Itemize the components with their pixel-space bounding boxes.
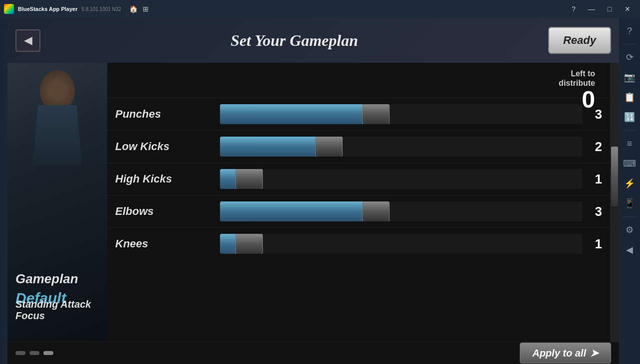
character-head: [40, 70, 75, 110]
title-bar-icons: 🏠 ⊞: [129, 4, 150, 13]
game-header: ◀ Set Your Gameplan Ready: [7, 18, 619, 63]
help-icon[interactable]: ?: [621, 22, 639, 40]
maximize-button[interactable]: □: [601, 2, 618, 16]
slider-thumb-4[interactable]: [235, 234, 263, 254]
gameplan-subtitle: Standing Attack Focus: [15, 299, 107, 322]
slider-thumb-2[interactable]: [235, 169, 263, 189]
right-sidebar: ?⟳📷📋🔢≡⌨⚡📱⚙◀: [619, 18, 640, 364]
app-version: 5.8.101.1001 N32: [81, 6, 121, 12]
slider-thumb-0[interactable]: [362, 104, 390, 124]
grid-icon[interactable]: ⊞: [141, 4, 150, 13]
slider-label-high-kicks: High Kicks: [115, 173, 215, 185]
pagination-dot-0[interactable]: [15, 351, 25, 355]
character-body: [30, 105, 85, 165]
slider-value-1: 2: [587, 139, 602, 155]
minimize-button[interactable]: —: [583, 2, 600, 16]
game-main: Gameplan Default Standing Attack Focus L…: [7, 63, 619, 342]
refresh-icon[interactable]: ⟳: [621, 48, 639, 66]
game-scrollbar[interactable]: [610, 63, 619, 342]
slider-fill-0: [220, 104, 383, 124]
bottom-bar: Apply to all ➤: [7, 342, 619, 364]
slider-row: High Kicks 1: [107, 163, 610, 195]
slider-thumb-3[interactable]: [362, 201, 390, 221]
app-area: ◀ Set Your Gameplan Ready Gameplan Defau…: [0, 18, 640, 364]
pagination-dots: [15, 351, 53, 355]
character-area: Gameplan Default Standing Attack Focus: [7, 63, 107, 342]
apply-all-button[interactable]: Apply to all ➤: [520, 343, 611, 364]
slider-row: Knees 1: [107, 227, 610, 260]
slider-rows: Punches 3 Low Kicks 2 High Kicks 1 Elbow…: [107, 98, 610, 342]
slider-row: Low Kicks 2: [107, 130, 610, 163]
slider-value-3: 3: [587, 204, 602, 219]
slider-thumb-1[interactable]: [315, 137, 343, 157]
slider-row: Punches 3: [107, 98, 610, 130]
slider-track-2[interactable]: [220, 169, 582, 189]
slider-label-low-kicks: Low Kicks: [115, 140, 215, 153]
collapse-icon[interactable]: ◀: [621, 241, 639, 259]
slider-value-4: 1: [587, 236, 602, 252]
distribute-info: Left todistribute 0: [559, 69, 595, 112]
boost-icon[interactable]: ⚡: [621, 175, 639, 192]
sidebar-divider-8: [623, 216, 637, 217]
sidebar-divider-0: [623, 44, 637, 44]
window-controls: ? — □ ✕: [565, 2, 636, 16]
slider-row: Elbows 3: [107, 195, 610, 227]
slider-track-4[interactable]: [220, 234, 582, 254]
slider-track-0[interactable]: [220, 104, 582, 124]
slider-fill-3: [220, 201, 383, 221]
app-name: BlueStacks App Player: [18, 6, 77, 12]
device-icon[interactable]: 📱: [621, 194, 639, 212]
slider-value-2: 1: [587, 172, 602, 187]
close-button[interactable]: ✕: [619, 2, 636, 16]
slider-track-3[interactable]: [220, 201, 582, 221]
slider-label-knees: Knees: [115, 237, 215, 250]
apply-all-arrow-icon: ➤: [590, 347, 599, 359]
scrollbar-track: [610, 63, 619, 342]
ready-button[interactable]: Ready: [548, 27, 611, 54]
page-title: Set Your Gameplan: [40, 31, 548, 50]
keyboard-icon[interactable]: ⌨: [621, 155, 639, 173]
slider-track-1[interactable]: [220, 137, 582, 157]
pagination-dot-1[interactable]: [29, 351, 39, 355]
slider-label-punches: Punches: [115, 108, 215, 121]
apply-all-label: Apply to all: [532, 348, 586, 359]
distribute-value: 0: [559, 88, 595, 112]
help-button[interactable]: ?: [565, 2, 582, 16]
clipboard-icon[interactable]: 📋: [621, 88, 639, 106]
pagination-dot-2[interactable]: [43, 351, 53, 355]
home-icon[interactable]: 🏠: [129, 4, 138, 13]
numeric-icon[interactable]: 🔢: [621, 108, 639, 126]
distribute-label: Left todistribute: [559, 69, 595, 88]
menu-icon[interactable]: ≡: [621, 135, 639, 153]
back-button[interactable]: ◀: [15, 29, 40, 52]
scrollbar-thumb[interactable]: [611, 147, 618, 206]
settings-icon[interactable]: ⚙: [621, 221, 639, 239]
main-content: ◀ Set Your Gameplan Ready Gameplan Defau…: [7, 18, 619, 364]
sliders-panel: Left todistribute 0 Punches 3 Low Kicks …: [107, 63, 610, 342]
gameplan-label: Gameplan: [15, 271, 78, 287]
screenshot-icon[interactable]: 📷: [621, 68, 639, 86]
left-sidebar: [0, 18, 7, 364]
sidebar-divider-4: [623, 130, 637, 131]
title-bar: BlueStacks App Player 5.8.101.1001 N32 🏠…: [0, 0, 640, 18]
app-logo: [4, 4, 14, 14]
slider-label-elbows: Elbows: [115, 205, 215, 218]
